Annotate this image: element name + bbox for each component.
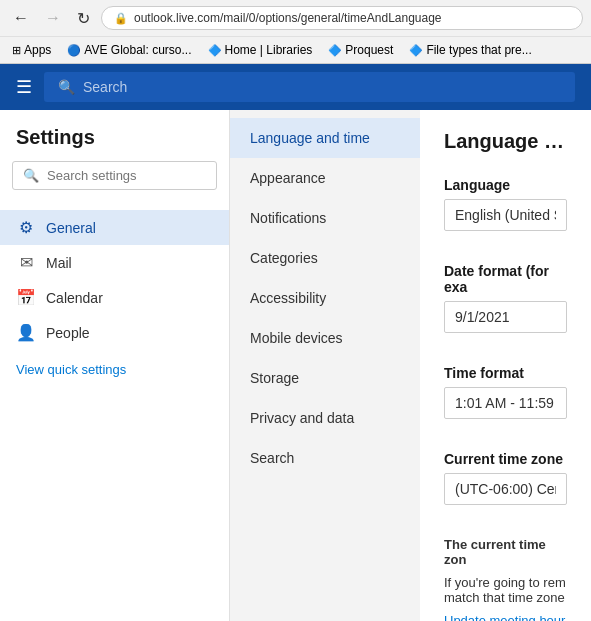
time-format-label: Time format [444,365,567,381]
nav-group: ⚙ General ✉ Mail 📅 Calendar 👤 People [0,206,229,354]
time-format-section: Time format [444,365,567,435]
sidebar-item-mail[interactable]: ✉ Mail [0,245,229,280]
sidebar-item-calendar-label: Calendar [46,290,103,306]
lock-icon: 🔒 [114,12,128,25]
settings-title: Settings [0,126,229,161]
menu-item-appearance[interactable]: Appearance [230,158,420,198]
sidebar-item-people-label: People [46,325,90,341]
general-icon: ⚙ [16,218,36,237]
date-format-label: Date format (for exa [444,263,567,295]
apps-icon: ⊞ [12,44,21,57]
back-button[interactable]: ← [8,7,34,29]
settings-sidebar: Settings 🔍 ⚙ General ✉ Mail 📅 Calendar [0,110,230,621]
menu-item-search[interactable]: Search [230,438,420,478]
timezone-section: Current time zone [444,451,567,521]
app: ☰ 🔍 Settings 🔍 ⚙ General ✉ Mail [0,64,591,621]
timezone-label: Current time zone [444,451,567,467]
info-sub: If you're going to remmatch that time zo… [444,575,567,605]
bookmark-filetypes[interactable]: 🔷 File types that pre... [405,41,535,59]
bookmark-ave[interactable]: 🔵 AVE Global: curso... [63,41,195,59]
sidebar-item-mail-label: Mail [46,255,72,271]
timezone-input[interactable] [444,473,567,505]
sidebar-item-people[interactable]: 👤 People [0,315,229,350]
mail-icon: ✉ [16,253,36,272]
browser-nav: ← → ↻ 🔒 outlook.live.com/mail/0/options/… [0,0,591,36]
app-header: ☰ 🔍 [0,64,591,110]
bookmarks-bar: ⊞ Apps 🔵 AVE Global: curso... 🔷 Home | L… [0,36,591,63]
reload-button[interactable]: ↻ [72,7,95,30]
menu-item-storage[interactable]: Storage [230,358,420,398]
panel-title: Language and time [444,130,567,153]
time-format-input[interactable] [444,387,567,419]
info-text: The current time zon [444,537,567,567]
ave-icon: 🔵 [67,44,81,57]
sidebar-item-calendar[interactable]: 📅 Calendar [0,280,229,315]
forward-button[interactable]: → [40,7,66,29]
bookmark-proquest[interactable]: 🔷 Proquest [324,41,397,59]
menu-item-language-time[interactable]: Language and time [230,118,420,158]
menu-item-accessibility[interactable]: Accessibility [230,278,420,318]
search-settings-box[interactable]: 🔍 [12,161,217,190]
sidebar-item-general-label: General [46,220,96,236]
update-meeting-link[interactable]: Update meeting hour [444,613,567,621]
menu-item-privacy[interactable]: Privacy and data [230,398,420,438]
settings-panel: Language and time Language Date format (… [420,110,591,621]
address-bar[interactable]: 🔒 outlook.live.com/mail/0/options/genera… [101,6,583,30]
home-icon: 🔷 [208,44,222,57]
language-section: Language [444,177,567,247]
date-format-section: Date format (for exa [444,263,567,349]
settings-menu: Language and time Appearance Notificatio… [230,110,420,621]
language-label: Language [444,177,567,193]
sidebar-item-general[interactable]: ⚙ General [0,210,229,245]
url-text: outlook.live.com/mail/0/options/general/… [134,11,442,25]
bookmark-home[interactable]: 🔷 Home | Libraries [204,41,317,59]
search-settings-input[interactable] [47,168,215,183]
app-search-bar[interactable]: 🔍 [44,72,575,102]
app-search-icon: 🔍 [58,79,75,95]
date-format-input[interactable] [444,301,567,333]
main-content: Settings 🔍 ⚙ General ✉ Mail 📅 Calendar [0,110,591,621]
bookmark-ave-label: AVE Global: curso... [84,43,191,57]
bookmark-proquest-label: Proquest [345,43,393,57]
view-quick-settings-link[interactable]: View quick settings [0,354,229,385]
language-input[interactable] [444,199,567,231]
bookmark-apps[interactable]: ⊞ Apps [8,41,55,59]
menu-item-categories[interactable]: Categories [230,238,420,278]
bookmark-home-label: Home | Libraries [225,43,313,57]
menu-item-mobile[interactable]: Mobile devices [230,318,420,358]
filetypes-icon: 🔷 [409,44,423,57]
search-settings-icon: 🔍 [23,168,39,183]
calendar-icon: 📅 [16,288,36,307]
app-menu-icon[interactable]: ☰ [16,76,32,98]
browser-chrome: ← → ↻ 🔒 outlook.live.com/mail/0/options/… [0,0,591,64]
app-search-input[interactable] [83,79,561,95]
proquest-icon: 🔷 [328,44,342,57]
people-icon: 👤 [16,323,36,342]
bookmark-filetypes-label: File types that pre... [426,43,531,57]
menu-item-notifications[interactable]: Notifications [230,198,420,238]
bookmark-apps-label: Apps [24,43,51,57]
